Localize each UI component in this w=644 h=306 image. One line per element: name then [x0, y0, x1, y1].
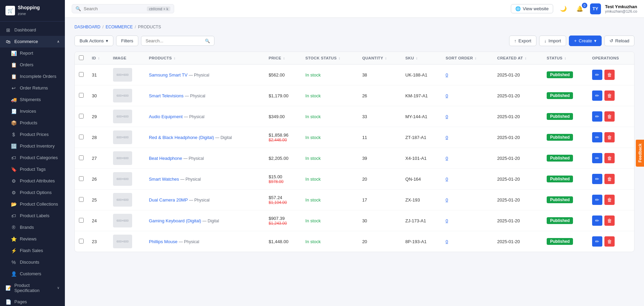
sidebar-item-product-categories[interactable]: 🏷 Product Categories — [0, 152, 65, 164]
row-checkbox[interactable] — [79, 72, 84, 77]
created-sort-icon[interactable]: ↕ — [525, 56, 527, 60]
row-checkbox[interactable] — [79, 135, 84, 139]
edit-button[interactable]: ✏ — [592, 132, 602, 142]
create-button[interactable]: + Create ▾ — [569, 36, 602, 46]
sort-order-link[interactable]: 0 — [446, 156, 448, 161]
sort-order-link[interactable]: 0 — [446, 239, 448, 244]
products-sort-icon[interactable]: ↕ — [174, 56, 176, 60]
sort-order-icon[interactable]: ↕ — [475, 56, 477, 60]
product-name[interactable]: Red & Black Headphone (Digital) — [149, 135, 214, 140]
id-sort-icon[interactable]: ↕ — [98, 56, 100, 60]
logo[interactable]: 🛒 Shoppingzone — [0, 0, 65, 22]
delete-button[interactable]: 🗑 — [604, 132, 615, 142]
price-sort-icon[interactable]: ↕ — [283, 56, 285, 60]
sidebar-item-order-returns[interactable]: ↩ Order Returns — [0, 82, 65, 94]
nav-label-flash-sales: Flash Sales — [20, 248, 59, 253]
edit-button[interactable]: ✏ — [592, 195, 602, 205]
sidebar-item-dashboard[interactable]: ⊞ Dashboard — [0, 24, 65, 36]
sidebar-item-product-inventory[interactable]: 🔢 Product Inventory — [0, 140, 65, 152]
edit-button[interactable]: ✏ — [592, 91, 602, 101]
breadcrumb-dashboard[interactable]: DASHBOARD — [74, 25, 100, 29]
delete-button[interactable]: 🗑 — [604, 174, 615, 184]
reload-button[interactable]: ↺ Reload — [604, 36, 634, 46]
delete-button[interactable]: 🗑 — [604, 91, 615, 101]
sidebar-item-invoices[interactable]: 🧾 Invoices — [0, 106, 65, 117]
product-name[interactable]: Smart Watches — [149, 177, 179, 182]
product-name[interactable]: Phillips Mouse — [149, 239, 178, 244]
product-search-input[interactable] — [145, 38, 203, 43]
sidebar-item-product-specification[interactable]: 📝 Product Specification ∨ — [0, 280, 65, 296]
sidebar-item-product-attributes[interactable]: ⚙ Product Attributes — [0, 175, 65, 187]
user-name: Test Ymkuzhan — [605, 4, 637, 9]
sidebar-item-orders[interactable]: 📋 Orders — [0, 59, 65, 71]
sort-order-link[interactable]: 0 — [446, 114, 448, 119]
row-checkbox[interactable] — [79, 176, 84, 181]
row-checkbox[interactable] — [79, 155, 84, 160]
sidebar-item-products[interactable]: 📦 Products — [0, 117, 65, 129]
quantity-sort-icon[interactable]: ↕ — [385, 56, 387, 60]
sidebar-item-pages[interactable]: 📄 Pages — [0, 296, 65, 306]
edit-button[interactable]: ✏ — [592, 70, 602, 80]
row-checkbox[interactable] — [79, 93, 84, 98]
row-stock-status: In stock — [301, 85, 358, 106]
notification-button[interactable]: 🔔 0 — [574, 4, 586, 13]
sidebar-item-ecommerce[interactable]: 🛍 Ecommerce ∧ — [0, 36, 65, 47]
sidebar-item-discounts[interactable]: % Discounts — [0, 256, 65, 268]
breadcrumb-ecommerce[interactable]: ECOMMERCE — [106, 25, 132, 29]
product-name[interactable]: Dual Camera 20MP — [149, 197, 188, 203]
delete-button[interactable]: 🗑 — [604, 215, 615, 226]
view-website-button[interactable]: 🌐 View website — [511, 4, 553, 13]
edit-button[interactable]: ✏ — [592, 236, 602, 247]
product-name[interactable]: Gaming Keyboard (Digital) — [149, 218, 201, 223]
edit-button[interactable]: ✏ — [592, 111, 602, 122]
sidebar-item-product-labels[interactable]: 🏷 Product Labels — [0, 210, 65, 222]
import-button[interactable]: ↓ Import — [539, 36, 566, 46]
sort-order-link[interactable]: 0 — [446, 93, 448, 98]
row-checkbox[interactable] — [79, 114, 84, 119]
sidebar-item-product-prices[interactable]: $ Product Prices — [0, 129, 65, 140]
sidebar-item-incomplete-orders[interactable]: 📋 Incomplete Orders — [0, 71, 65, 82]
sort-order-link[interactable]: 0 — [446, 135, 448, 140]
col-sort-order: SORT ORDER ↕ — [442, 52, 493, 65]
product-name[interactable]: Beat Headphone — [149, 156, 182, 161]
filters-button[interactable]: Filters — [116, 36, 138, 46]
sort-order-link[interactable]: 0 — [446, 218, 448, 223]
bulk-actions-button[interactable]: Bulk Actions ▾ — [74, 36, 113, 46]
stock-sort-icon[interactable]: ↕ — [339, 56, 340, 60]
edit-button[interactable]: ✏ — [592, 174, 602, 184]
product-name[interactable]: Audio Equipment — [149, 114, 183, 119]
nav-icon-report: 📊 — [11, 51, 16, 56]
row-checkbox[interactable] — [79, 197, 84, 202]
sidebar-item-report[interactable]: 📊 Report — [0, 47, 65, 59]
sort-order-link[interactable]: 0 — [446, 72, 448, 78]
edit-button[interactable]: ✏ — [592, 153, 602, 163]
sidebar-item-flash-sales[interactable]: ⚡ Flash Sales — [0, 245, 65, 256]
select-all-checkbox[interactable] — [79, 55, 84, 60]
row-checkbox[interactable] — [79, 218, 84, 223]
sidebar-item-brands[interactable]: ® Brands — [0, 222, 65, 233]
sidebar-item-product-tags[interactable]: 🔖 Product Tags — [0, 164, 65, 175]
product-name[interactable]: Samsung Smart TV — [149, 72, 187, 78]
sort-order-link[interactable]: 0 — [446, 197, 448, 203]
delete-button[interactable]: 🗑 — [604, 236, 615, 247]
edit-button[interactable]: ✏ — [592, 215, 602, 226]
product-name[interactable]: Smart Televisions — [149, 93, 184, 98]
export-button[interactable]: ↑ Export — [509, 36, 536, 46]
sidebar-item-shipments[interactable]: 🚚 Shipments — [0, 94, 65, 106]
delete-button[interactable]: 🗑 — [604, 111, 615, 122]
sort-order-link[interactable]: 0 — [446, 177, 448, 182]
sku-sort-icon[interactable]: ↕ — [416, 56, 418, 60]
avatar[interactable]: TY — [590, 3, 601, 14]
status-sort-icon[interactable]: ↕ — [564, 56, 566, 60]
delete-button[interactable]: 🗑 — [604, 195, 615, 205]
feedback-tab[interactable]: Feedback — [635, 139, 644, 166]
dark-mode-button[interactable]: 🌙 — [557, 4, 570, 13]
delete-button[interactable]: 🗑 — [604, 153, 615, 163]
sidebar-item-product-collections[interactable]: 📂 Product Collections — [0, 198, 65, 210]
sidebar-item-customers[interactable]: 👤 Customers — [0, 268, 65, 280]
row-checkbox[interactable] — [79, 239, 84, 244]
sidebar-item-product-options[interactable]: ⚙ Product Options — [0, 187, 65, 198]
delete-button[interactable]: 🗑 — [604, 70, 615, 80]
search-input[interactable] — [84, 6, 144, 11]
sidebar-item-reviews[interactable]: ⭐ Reviews — [0, 233, 65, 245]
